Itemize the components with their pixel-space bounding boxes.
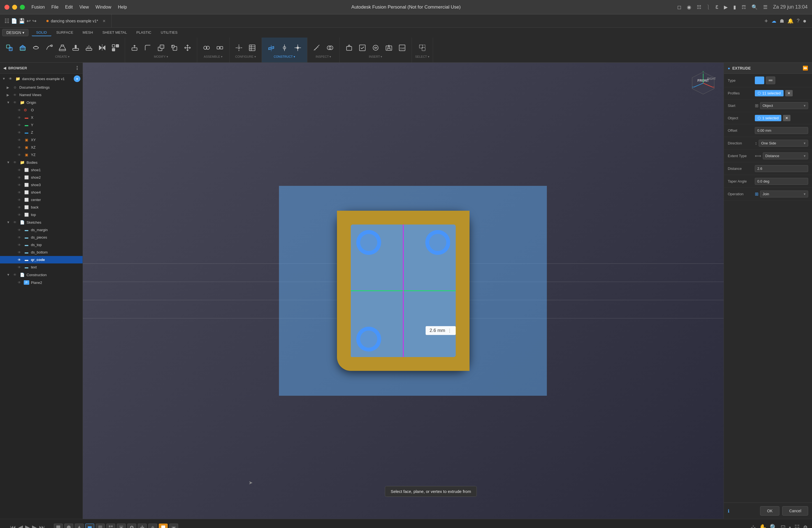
object-badge[interactable]: ⬡ 1 selected	[755, 115, 781, 121]
zoom-in-icon[interactable]: 🔍	[770, 524, 777, 528]
ds-pieces-vis[interactable]: 👁	[17, 236, 22, 239]
top-item[interactable]: 👁 ⬜ top	[0, 211, 83, 218]
operation-dropdown[interactable]: Join ▾	[760, 191, 808, 197]
rib-icon[interactable]	[70, 42, 82, 54]
extrude-icon[interactable]	[17, 42, 29, 54]
ds-top-item[interactable]: 👁 ▬ ds_top	[0, 241, 83, 249]
dxf-icon[interactable]: DXF	[396, 42, 408, 54]
browser-menu-icon[interactable]: ⋮	[75, 65, 79, 71]
shoe2-vis[interactable]: 👁	[17, 176, 22, 179]
timeline-icon-2[interactable]	[64, 524, 73, 528]
shoe3-item[interactable]: 👁 ⬜ shoe3	[0, 181, 83, 189]
ds-margin-vis[interactable]: 👁	[17, 228, 22, 232]
origin-xz-vis[interactable]: 👁	[17, 146, 22, 149]
offset-input[interactable]	[755, 127, 808, 134]
mirror-icon[interactable]	[96, 42, 108, 54]
cancel-button[interactable]: Cancel	[782, 506, 808, 516]
tab-sheet-metal[interactable]: SHEET METAL	[98, 29, 131, 36]
origin-item[interactable]: ▼ 👁 📁 Origin	[0, 99, 83, 106]
close-button[interactable]	[4, 5, 10, 10]
tab-solid[interactable]: SOLID	[32, 29, 52, 36]
type-btn-solid[interactable]	[755, 76, 764, 84]
construction-vis-icon[interactable]: 👁	[12, 273, 18, 277]
sketches-vis-icon[interactable]: 👁	[12, 220, 18, 224]
ds-bottom-item[interactable]: 👁 ▬ ds_bottom	[0, 249, 83, 256]
back-vis[interactable]: 👁	[17, 205, 22, 209]
origin-vis-icon[interactable]: 👁	[12, 101, 18, 104]
named-views-item[interactable]: ▶ 👁 Named Views	[0, 91, 83, 99]
panel-collapse-btn[interactable]: ⏩	[802, 65, 808, 71]
joint-icon[interactable]	[201, 42, 213, 54]
select-icon[interactable]	[416, 42, 429, 54]
center-item[interactable]: 👁 ⬜ center	[0, 196, 83, 204]
timeline-icon-8[interactable]	[127, 524, 136, 528]
minimize-button[interactable]	[12, 5, 17, 10]
canvas-icon[interactable]	[356, 42, 368, 54]
plane2-vis[interactable]: 👁	[17, 281, 22, 284]
move-icon[interactable]	[182, 42, 193, 54]
account-icon[interactable]: ☗	[780, 18, 784, 24]
ds-pieces-item[interactable]: 👁 ▬ ds_pieces	[0, 234, 83, 241]
text-vis[interactable]: 👁	[17, 265, 22, 269]
combine-icon[interactable]	[155, 42, 167, 54]
menu-file[interactable]: File	[52, 5, 59, 10]
sketches-item[interactable]: ▼ 👁 📄 Sketches	[0, 218, 83, 226]
scale-icon[interactable]	[168, 42, 180, 54]
timeline-icon-4-active[interactable]	[85, 524, 94, 528]
timeline-icon-6[interactable]	[106, 524, 115, 528]
control-center-icon[interactable]: ☰	[763, 4, 768, 10]
origin-y-vis[interactable]: 👁	[17, 123, 22, 127]
save-btn[interactable]: 💾	[19, 18, 25, 24]
timeline-back-btn[interactable]: ◀	[18, 524, 23, 528]
top-vis[interactable]: 👁	[17, 213, 22, 217]
transform-icon[interactable]: ⊹	[751, 524, 756, 528]
revolve-icon[interactable]	[30, 42, 42, 54]
browser-collapse-icon[interactable]: ◀	[3, 66, 6, 70]
named-views-vis-icon[interactable]: 👁	[12, 93, 18, 97]
origin-yz-item[interactable]: 👁 ▣ YZ	[0, 151, 83, 159]
plane2-item[interactable]: 👁 P Plane2	[0, 279, 83, 287]
shoe1-item[interactable]: 👁 ⬜ shoe1	[0, 166, 83, 174]
direction-dropdown[interactable]: One Side ▾	[759, 140, 808, 147]
root-item[interactable]: ▼ 👁 📁 dancing shoes example v1 ●	[0, 74, 83, 84]
file-tab[interactable]: dancing shoes example v1* ✕	[41, 14, 112, 27]
text-item[interactable]: 👁 ▬ text	[0, 263, 83, 271]
grid-visible-icon[interactable]: ☷	[794, 524, 800, 528]
origin-xz-item[interactable]: 👁 ▣ XZ	[0, 144, 83, 151]
maximize-button[interactable]	[20, 5, 25, 10]
fillet-icon[interactable]	[142, 42, 154, 54]
tab-close-btn[interactable]: ✕	[102, 19, 106, 23]
origin-z-item[interactable]: 👁 ▬ Z	[0, 129, 83, 136]
pattern-icon[interactable]	[110, 42, 121, 54]
taper-input[interactable]	[755, 178, 808, 185]
sweep-icon[interactable]	[43, 42, 55, 54]
type-btn-thin[interactable]	[766, 76, 775, 84]
start-dropdown[interactable]: Object ▾	[760, 102, 808, 109]
origin-x-item[interactable]: 👁 ▬ X	[0, 114, 83, 121]
distance-input[interactable]	[755, 165, 808, 172]
loft-icon[interactable]	[56, 42, 69, 54]
origin-z-vis[interactable]: 👁	[17, 131, 22, 134]
tab-surface[interactable]: SURFACE	[52, 29, 77, 36]
timeline-icon-5[interactable]	[96, 524, 105, 528]
redo-btn[interactable]: ↪	[32, 18, 37, 24]
timeline-end-btn[interactable]: ⏭	[39, 524, 45, 528]
undo-btn[interactable]: ↩	[27, 18, 31, 24]
timeline-icon-12[interactable]	[169, 524, 178, 528]
timeline-icon-10[interactable]	[148, 524, 157, 528]
shoe4-vis[interactable]: 👁	[17, 191, 22, 194]
ds-bottom-vis[interactable]: 👁	[17, 250, 22, 254]
pan-icon[interactable]: ✋	[759, 524, 766, 528]
doc-settings-vis-icon[interactable]: ⚙	[12, 86, 18, 89]
menu-help[interactable]: Help	[118, 5, 127, 10]
shoe4-item[interactable]: 👁 ⬜ shoe4	[0, 189, 83, 196]
parameter-icon[interactable]	[233, 42, 245, 54]
menu-window[interactable]: Window	[96, 5, 111, 10]
back-item[interactable]: 👁 ⬜ back	[0, 204, 83, 211]
timeline-icon-1[interactable]	[54, 524, 63, 528]
info-icon[interactable]: ℹ	[728, 509, 729, 514]
add-tab-btn[interactable]: +	[765, 17, 768, 25]
document-settings-item[interactable]: ▶ ⚙ Document Settings	[0, 84, 83, 91]
notification-icon[interactable]: 🔔	[787, 18, 794, 24]
shoe1-vis[interactable]: 👁	[17, 168, 22, 172]
